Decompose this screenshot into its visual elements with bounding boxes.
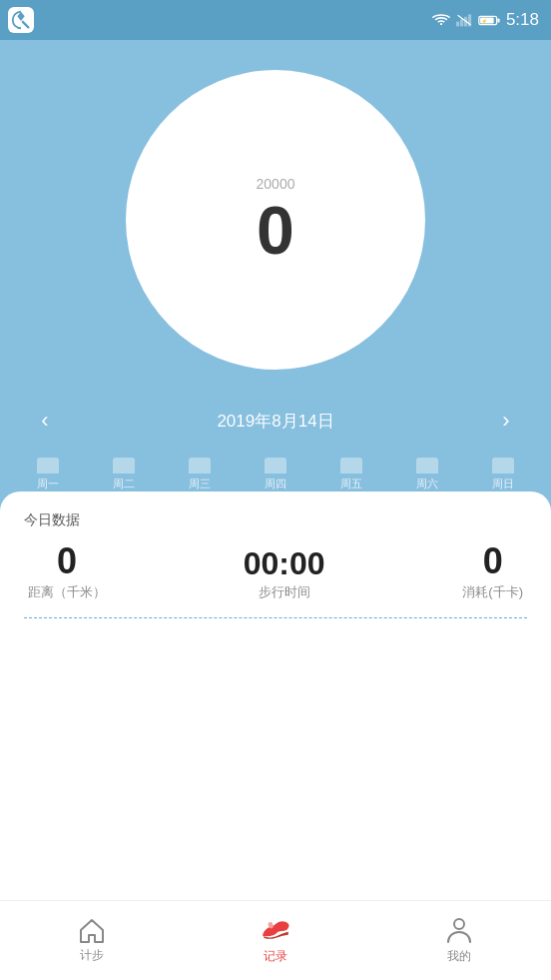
shoe-icon	[260, 916, 291, 944]
week-day-wed[interactable]: 周三	[189, 458, 211, 491]
status-bar-left	[8, 7, 34, 33]
top-area: 20000 0 ‹ 2019年8月14日 › 周一 周二 周三	[0, 40, 551, 491]
current-date: 2019年8月14日	[217, 410, 333, 433]
status-time: 5:18	[506, 10, 539, 30]
main-content: 20000 0 ‹ 2019年8月14日 › 周一 周二 周三	[0, 40, 551, 980]
circle-container: 20000 0	[0, 40, 551, 390]
status-bar: ⚡ 5:18	[0, 0, 551, 40]
circle-goal: 20000	[257, 176, 295, 192]
circle-steps: 0	[257, 196, 294, 264]
week-label-mon: 周一	[37, 477, 59, 491]
week-bar-mon	[37, 458, 59, 474]
nav-label-record: 记录	[264, 948, 287, 965]
week-bar-sat	[416, 458, 438, 474]
week-bar-sun	[492, 458, 514, 474]
bottom-nav: 计步 记录 我的	[0, 900, 551, 980]
nav-label-steps: 计步	[80, 947, 104, 964]
week-bar-wed	[189, 458, 211, 474]
svg-rect-6	[497, 18, 499, 22]
week-strip: 周一 周二 周三 周四 周五 周六	[0, 452, 551, 491]
svg-text:⚡: ⚡	[481, 18, 488, 25]
step-circle: 20000 0	[126, 70, 425, 370]
week-day-fri[interactable]: 周五	[340, 458, 362, 491]
date-nav: ‹ 2019年8月14日 ›	[0, 390, 551, 452]
nav-label-mine: 我的	[447, 948, 471, 965]
week-day-sat[interactable]: 周六	[416, 458, 438, 491]
week-bar-thu	[265, 458, 286, 474]
home-icon	[78, 917, 106, 943]
next-date-button[interactable]: ›	[491, 408, 521, 434]
divider	[24, 617, 527, 618]
week-day-mon[interactable]: 周一	[37, 458, 59, 491]
week-label-sat: 周六	[416, 477, 438, 491]
app-icon	[8, 7, 34, 33]
battery-icon: ⚡	[478, 14, 500, 27]
person-icon	[446, 916, 472, 944]
stat-calories: 0 消耗(千卡)	[462, 543, 523, 601]
svg-rect-0	[456, 22, 459, 27]
stats-row: 0 距离（千米） 00:00 步行时间 0 消耗(千卡)	[24, 543, 527, 601]
week-day-tue[interactable]: 周二	[113, 458, 135, 491]
week-label-wed: 周三	[189, 477, 211, 491]
week-label-sun: 周日	[492, 477, 514, 491]
calories-label: 消耗(千卡)	[462, 583, 523, 601]
distance-label: 距离（千米）	[28, 583, 106, 601]
walk-time-value: 00:00	[244, 547, 325, 579]
distance-value: 0	[57, 543, 77, 579]
wifi-icon	[432, 13, 450, 27]
nav-item-steps[interactable]: 计步	[0, 917, 184, 964]
prev-date-button[interactable]: ‹	[30, 408, 60, 434]
stat-distance: 0 距离（千米）	[28, 543, 106, 601]
week-day-thu[interactable]: 周四	[265, 458, 286, 491]
week-label-fri: 周五	[340, 477, 362, 491]
week-day-sun[interactable]: 周日	[492, 458, 514, 491]
week-bar-fri	[340, 458, 362, 474]
week-label-thu: 周四	[265, 477, 286, 491]
calories-value: 0	[483, 543, 503, 579]
week-bar-tue	[113, 458, 135, 474]
nav-item-mine[interactable]: 我的	[367, 916, 551, 965]
nav-item-record[interactable]: 记录	[184, 916, 367, 965]
walk-time-label: 步行时间	[259, 583, 310, 601]
status-bar-right: ⚡ 5:18	[432, 10, 539, 30]
section-title: 今日数据	[24, 511, 527, 529]
week-label-tue: 周二	[113, 477, 135, 491]
stat-walk-time: 00:00 步行时间	[244, 547, 325, 601]
signal-icon	[456, 13, 472, 27]
svg-point-10	[454, 919, 464, 929]
svg-rect-1	[460, 19, 463, 26]
